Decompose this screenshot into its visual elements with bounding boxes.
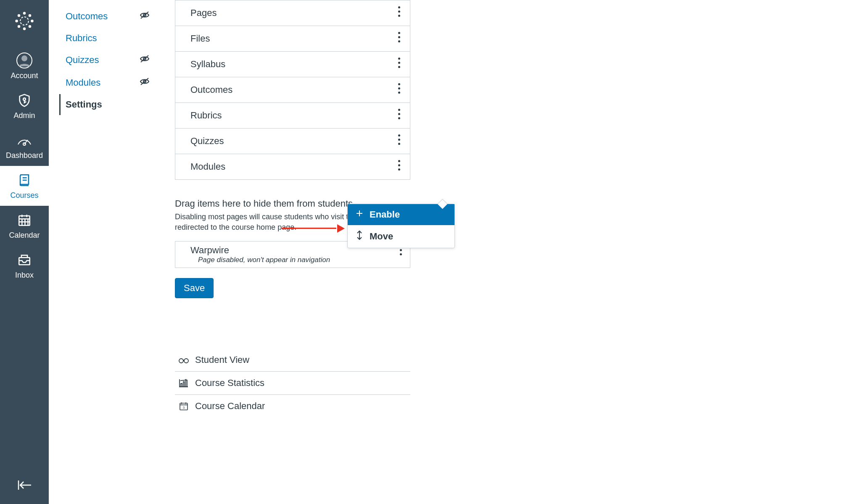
calendar-small-icon: 3 bbox=[178, 402, 189, 411]
hidden-from-students-icon bbox=[140, 76, 150, 89]
admin-icon bbox=[15, 91, 34, 110]
global-nav: Account Admin Dashboard bbox=[0, 0, 49, 504]
svg-point-33 bbox=[179, 359, 183, 363]
nav-item-pages[interactable]: Pages bbox=[175, 0, 410, 26]
nav-item-label: Warpwire bbox=[190, 245, 330, 256]
link-label: Course Calendar bbox=[195, 401, 265, 412]
app-logo[interactable] bbox=[12, 8, 37, 34]
kebab-menu-button[interactable] bbox=[396, 107, 402, 124]
nav-item-label: Files bbox=[190, 33, 210, 44]
global-nav-calendar[interactable]: Calendar bbox=[0, 206, 49, 246]
nav-item-label: Quizzes bbox=[190, 136, 224, 147]
svg-point-3 bbox=[15, 20, 18, 23]
svg-point-1 bbox=[23, 12, 26, 14]
global-nav-dashboard-label: Dashboard bbox=[6, 151, 43, 160]
popup-move-option[interactable]: Move bbox=[348, 225, 454, 248]
course-nav-label: Quizzes bbox=[66, 55, 99, 66]
svg-point-7 bbox=[18, 25, 21, 28]
global-nav-account[interactable]: Account bbox=[0, 46, 49, 86]
nav-item-label: Modules bbox=[190, 161, 225, 172]
global-nav-inbox[interactable]: Inbox bbox=[0, 246, 49, 286]
courses-icon bbox=[15, 171, 34, 189]
kebab-menu-button[interactable] bbox=[396, 158, 402, 175]
course-nav-quizzes[interactable]: Quizzes bbox=[66, 49, 166, 71]
course-nav-rubrics[interactable]: Rubrics bbox=[66, 28, 166, 49]
course-calendar-link[interactable]: 3 Course Calendar bbox=[175, 395, 410, 417]
svg-point-0 bbox=[20, 17, 29, 25]
svg-line-32 bbox=[141, 78, 148, 85]
calendar-icon bbox=[15, 211, 34, 229]
course-nav-label: Modules bbox=[66, 77, 100, 88]
glasses-icon bbox=[178, 356, 189, 364]
svg-rect-24 bbox=[19, 257, 30, 265]
svg-point-4 bbox=[31, 20, 34, 23]
kebab-popup-menu: Enable Move bbox=[347, 204, 455, 248]
kebab-menu-button[interactable] bbox=[396, 5, 402, 21]
kebab-menu-button[interactable] bbox=[396, 56, 402, 73]
kebab-menu-button[interactable] bbox=[396, 81, 402, 98]
nav-item-rubrics[interactable]: Rubrics bbox=[175, 103, 410, 129]
course-nav-outcomes[interactable]: Outcomes bbox=[66, 5, 166, 28]
chart-icon bbox=[178, 378, 189, 388]
sidebar-actions: Student View Course Statistics 3 Course … bbox=[175, 349, 410, 417]
nav-item-label: Rubrics bbox=[190, 110, 222, 121]
global-nav-courses-label: Courses bbox=[10, 191, 38, 200]
kebab-menu-button[interactable] bbox=[396, 30, 402, 47]
global-nav-admin-label: Admin bbox=[13, 111, 35, 120]
popup-enable-option[interactable]: Enable bbox=[348, 204, 454, 225]
popup-option-label: Move bbox=[370, 231, 393, 242]
svg-point-2 bbox=[23, 27, 26, 30]
svg-rect-37 bbox=[186, 380, 187, 387]
nav-item-files[interactable]: Files bbox=[175, 26, 410, 52]
hidden-from-students-icon bbox=[140, 54, 150, 66]
save-button[interactable]: Save bbox=[175, 278, 214, 298]
global-nav-courses[interactable]: Courses bbox=[0, 166, 49, 206]
course-nav-label: Outcomes bbox=[66, 11, 108, 22]
course-statistics-link[interactable]: Course Statistics bbox=[175, 372, 410, 395]
svg-rect-35 bbox=[181, 383, 182, 387]
enabled-nav-list: Pages Files Syllabus Outcomes Rubrics Qu… bbox=[175, 0, 410, 180]
nav-item-label: Pages bbox=[190, 8, 217, 18]
course-nav-label: Settings bbox=[66, 99, 102, 110]
collapse-nav-button[interactable] bbox=[0, 479, 49, 491]
inbox-icon bbox=[15, 251, 34, 269]
svg-text:3: 3 bbox=[183, 406, 185, 410]
svg-point-6 bbox=[29, 14, 32, 17]
global-nav-inbox-label: Inbox bbox=[15, 271, 34, 280]
nav-item-outcomes[interactable]: Outcomes bbox=[175, 77, 410, 103]
global-nav-dashboard[interactable]: Dashboard bbox=[0, 126, 49, 166]
plus-icon bbox=[355, 209, 364, 220]
global-nav-calendar-label: Calendar bbox=[9, 231, 40, 240]
svg-line-30 bbox=[141, 55, 148, 62]
kebab-menu-button[interactable] bbox=[396, 133, 402, 150]
svg-point-34 bbox=[184, 359, 188, 363]
nav-item-label: Outcomes bbox=[190, 84, 232, 95]
svg-line-28 bbox=[141, 12, 148, 18]
annotation-arrow bbox=[282, 224, 345, 233]
svg-rect-36 bbox=[183, 382, 185, 387]
link-label: Course Statistics bbox=[195, 378, 264, 388]
course-nav-label: Rubrics bbox=[66, 33, 97, 44]
nav-item-subtext: Page disabled, won't appear in navigatio… bbox=[190, 256, 330, 264]
link-label: Student View bbox=[195, 354, 249, 365]
course-nav-modules[interactable]: Modules bbox=[66, 71, 166, 94]
nav-item-modules[interactable]: Modules bbox=[175, 154, 410, 180]
svg-point-8 bbox=[29, 25, 32, 28]
svg-point-5 bbox=[18, 14, 21, 17]
hidden-from-students-icon bbox=[140, 10, 150, 23]
nav-item-syllabus[interactable]: Syllabus bbox=[175, 52, 410, 77]
svg-point-11 bbox=[23, 98, 26, 100]
nav-item-label: Syllabus bbox=[190, 59, 225, 70]
student-view-link[interactable]: Student View bbox=[175, 349, 410, 372]
global-nav-account-label: Account bbox=[11, 71, 38, 80]
dashboard-icon bbox=[15, 131, 34, 150]
svg-point-10 bbox=[21, 55, 27, 61]
popup-option-label: Enable bbox=[370, 209, 400, 220]
course-nav: Outcomes Rubrics Quizzes Modules Setting… bbox=[49, 0, 166, 504]
account-icon bbox=[15, 51, 34, 70]
move-icon bbox=[355, 230, 364, 243]
nav-item-quizzes[interactable]: Quizzes bbox=[175, 129, 410, 154]
course-nav-settings[interactable]: Settings bbox=[59, 94, 166, 115]
global-nav-admin[interactable]: Admin bbox=[0, 86, 49, 126]
